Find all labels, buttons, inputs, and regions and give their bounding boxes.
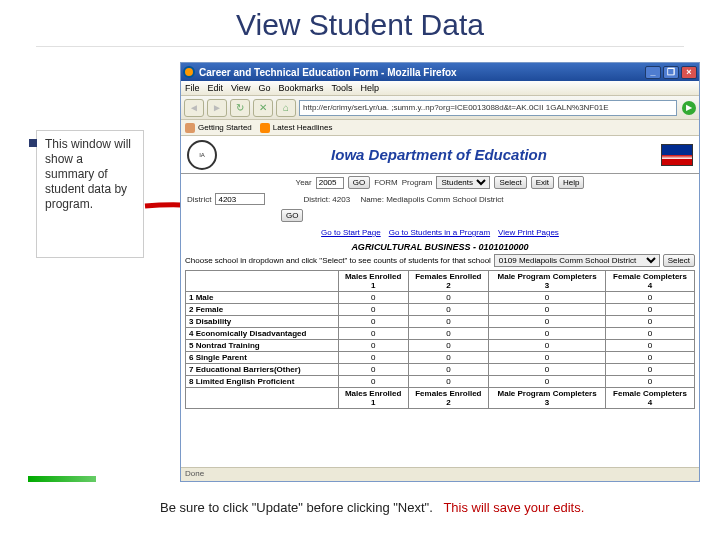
cell-value: 0 — [489, 364, 606, 376]
cell-value: 0 — [338, 340, 408, 352]
window-titlebar: Career and Technical Education Form - Mo… — [181, 63, 699, 81]
bookmark-latest-headlines[interactable]: Latest Headlines — [260, 123, 333, 133]
browser-status-bar: Done — [181, 467, 699, 481]
form-label: FORM — [374, 178, 398, 187]
go-district-button[interactable]: GO — [281, 209, 303, 222]
link-print-pages[interactable]: View Print Pages — [498, 228, 559, 237]
table-row: 8 Limited English Proficient0000 — [186, 376, 695, 388]
table-row: 6 Single Parent0000 — [186, 352, 695, 364]
col-footer: Female Completers4 — [606, 388, 695, 409]
district-label: District — [187, 195, 211, 204]
cell-value: 0 — [408, 328, 489, 340]
footer-note: Be sure to click "Update" before clickin… — [160, 500, 700, 515]
help-button[interactable]: Help — [558, 176, 584, 189]
cell-value: 0 — [408, 316, 489, 328]
page-content: IA Iowa Department of Education Year GO … — [181, 136, 699, 467]
link-students-program[interactable]: Go to Students in a Program — [389, 228, 490, 237]
minimize-button[interactable]: _ — [645, 66, 661, 79]
stop-button[interactable]: ✕ — [253, 99, 273, 117]
menu-edit[interactable]: Edit — [208, 83, 224, 93]
cell-value: 0 — [408, 304, 489, 316]
exit-button[interactable]: Exit — [531, 176, 554, 189]
col-footer: Male Program Completers3 — [489, 388, 606, 409]
cell-value: 0 — [408, 340, 489, 352]
slide-title: View Student Data — [0, 0, 720, 46]
cell-value: 0 — [489, 304, 606, 316]
close-button[interactable]: × — [681, 66, 697, 79]
footer-text-b: This will save your edits. — [443, 500, 584, 515]
row-label: 3 Disability — [186, 316, 339, 328]
bullet-icon — [29, 139, 37, 147]
address-bar[interactable]: http://er/crimy/serLyr/ua. ;summ.y..np?o… — [299, 100, 677, 116]
row-label: 5 Nontrad Training — [186, 340, 339, 352]
go-button[interactable]: ▶ — [682, 101, 696, 115]
window-title: Career and Technical Education Form - Mo… — [199, 67, 645, 78]
cell-value: 0 — [606, 340, 695, 352]
home-button[interactable]: ⌂ — [276, 99, 296, 117]
rss-icon — [260, 123, 270, 133]
bookmark-label: Getting Started — [198, 123, 252, 132]
back-button[interactable]: ◄ — [184, 99, 204, 117]
program-title: AGRICULTURAL BUSINESS - 0101010000 — [181, 241, 699, 253]
nav-toolbar: ◄ ► ↻ ✕ ⌂ http://er/crimy/serLyr/ua. ;su… — [181, 96, 699, 120]
menu-tools[interactable]: Tools — [331, 83, 352, 93]
cell-value: 0 — [489, 340, 606, 352]
row-label: 6 Single Parent — [186, 352, 339, 364]
side-caption-text: This window will show a summary of stude… — [45, 137, 131, 211]
cell-value: 0 — [606, 292, 695, 304]
district-input[interactable] — [215, 193, 265, 205]
year-input[interactable] — [316, 177, 344, 189]
form-row-go: GO — [181, 207, 699, 224]
cell-value: 0 — [408, 364, 489, 376]
side-caption-box: This window will show a summary of stude… — [36, 130, 144, 258]
title-underline — [36, 46, 684, 47]
cell-value: 0 — [606, 376, 695, 388]
col-header: Males Enrolled1 — [338, 271, 408, 292]
go-year-button[interactable]: GO — [348, 176, 370, 189]
table-row: 5 Nontrad Training0000 — [186, 340, 695, 352]
iowa-flag-icon — [661, 144, 693, 166]
table-row: 3 Disability0000 — [186, 316, 695, 328]
page-banner: IA Iowa Department of Education — [181, 136, 699, 174]
cell-value: 0 — [408, 352, 489, 364]
slide-accent — [28, 476, 96, 482]
cell-value: 0 — [338, 364, 408, 376]
forward-button[interactable]: ► — [207, 99, 227, 117]
cell-value: 0 — [338, 376, 408, 388]
year-label: Year — [296, 178, 312, 187]
footer-text-a: Be sure to click "Update" before clickin… — [160, 500, 433, 515]
firefox-icon — [183, 66, 195, 78]
program-select[interactable]: Students — [436, 176, 490, 189]
state-seal-icon: IA — [187, 140, 217, 170]
select-button[interactable]: Select — [494, 176, 526, 189]
maximize-button[interactable]: ❐ — [663, 66, 679, 79]
row-label: 1 Male — [186, 292, 339, 304]
menu-go[interactable]: Go — [258, 83, 270, 93]
school-select[interactable]: 0109 Mediapolis Comm School District — [494, 254, 660, 267]
district-name: Name: Mediapolis Comm School District — [360, 195, 503, 204]
table-footer-row: Males Enrolled1 Females Enrolled2 Male P… — [186, 388, 695, 409]
row-label: 4 Economically Disadvantaged — [186, 328, 339, 340]
cell-value: 0 — [489, 316, 606, 328]
col-footer: Males Enrolled1 — [338, 388, 408, 409]
menu-help[interactable]: Help — [360, 83, 379, 93]
cell-value: 0 — [606, 352, 695, 364]
table-row: 7 Educational Barriers(Other)0000 — [186, 364, 695, 376]
menu-bookmarks[interactable]: Bookmarks — [278, 83, 323, 93]
reload-button[interactable]: ↻ — [230, 99, 250, 117]
bookmark-getting-started[interactable]: Getting Started — [185, 123, 252, 133]
student-data-table: Males Enrolled1 Females Enrolled2 Male P… — [185, 270, 695, 409]
cell-value: 0 — [606, 316, 695, 328]
menu-view[interactable]: View — [231, 83, 250, 93]
col-footer: Females Enrolled2 — [408, 388, 489, 409]
row-label: 2 Female — [186, 304, 339, 316]
cell-value: 0 — [489, 328, 606, 340]
row-label: 8 Limited English Proficient — [186, 376, 339, 388]
department-title: Iowa Department of Education — [225, 146, 653, 163]
menu-file[interactable]: File — [185, 83, 200, 93]
link-start-page[interactable]: Go to Start Page — [321, 228, 381, 237]
cell-value: 0 — [408, 292, 489, 304]
table-row: 4 Economically Disadvantaged0000 — [186, 328, 695, 340]
school-select-button[interactable]: Select — [663, 254, 695, 267]
cell-value: 0 — [606, 364, 695, 376]
